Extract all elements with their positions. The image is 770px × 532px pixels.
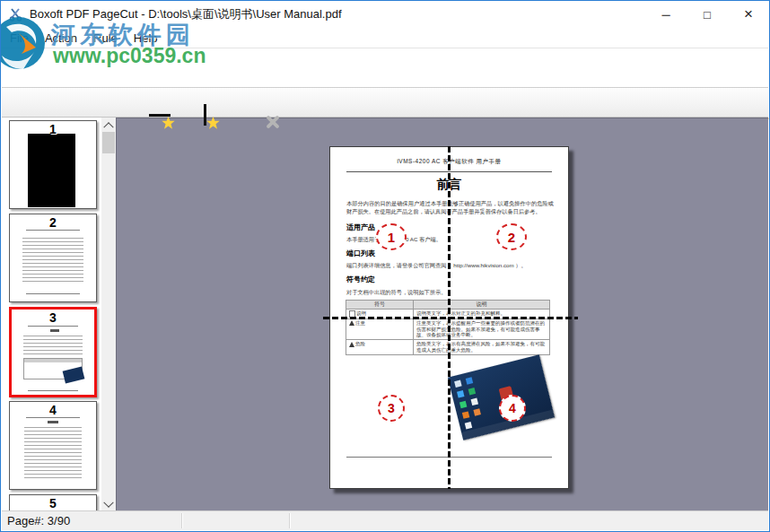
minimize-button[interactable]: ─ — [645, 1, 687, 28]
thumb-content — [26, 230, 80, 231]
thumb-content — [28, 326, 78, 327]
pdf-page: iVMS-4200 AC 客户端软件 用户手册 前言 本部分内容的目的是确保用户… — [329, 146, 569, 489]
content-area: 1 2 3 4 — [2, 118, 768, 511]
menu-action[interactable]: Action — [37, 28, 85, 48]
thumbnail-page-1[interactable]: 1 — [9, 120, 97, 209]
thumb-cover-art — [28, 134, 75, 207]
desktop-icons — [454, 379, 461, 387]
thumbnail-page-2[interactable]: 2 — [9, 214, 97, 302]
thumbnail-page-4[interactable]: 4 — [9, 401, 97, 490]
menu-file[interactable]: File — [2, 28, 37, 48]
thumb-content — [26, 417, 80, 418]
thumb-content — [24, 427, 82, 479]
thumbnail-panel: 1 2 3 4 — [2, 118, 101, 511]
chevron-down-icon — [103, 497, 113, 507]
thumb-content — [48, 421, 58, 423]
title-bar: Boxoft PDF PageCut - D:\tools\桌面\说明书\Use… — [1, 1, 769, 28]
status-separator — [289, 513, 291, 528]
thumb-content — [26, 293, 80, 294]
menu-rule[interactable]: Rule — [85, 28, 126, 48]
navigation-toolbar: /90 ↔ ↕ − 25% + Cut Pages Order: Horizon… — [2, 88, 768, 118]
thumb-content — [22, 238, 83, 283]
window-title: Boxoft PDF PageCut - D:\tools\桌面\说明书\Use… — [30, 6, 342, 22]
scroll-down-button[interactable] — [101, 498, 116, 511]
warning-icon — [349, 320, 354, 326]
thumbnail-page-5[interactable]: 5 — [9, 494, 97, 511]
main-toolbar: 1 2 3 Apply — [2, 48, 768, 88]
status-page-info: Page#: 3/90 — [7, 514, 70, 528]
region-label-3: 3 — [378, 395, 405, 422]
minimize-icon: ─ — [661, 8, 669, 22]
doc-section-heading: 端口列表 — [346, 249, 375, 258]
app-icon — [9, 7, 23, 22]
scrollbar-thumb[interactable] — [102, 132, 115, 153]
warning-icon — [349, 342, 354, 347]
doc-section-heading: 符号约定 — [346, 275, 375, 284]
thumbnail-page-3-selected[interactable]: 3 — [9, 307, 97, 397]
region-label-2: 2 — [496, 223, 527, 250]
table-col-desc: 说明 — [413, 301, 549, 310]
thumb-content — [23, 336, 83, 355]
chevron-up-icon — [103, 122, 113, 132]
app-window: Boxoft PDF PageCut - D:\tools\桌面\说明书\Use… — [0, 0, 770, 532]
region-label-4: 4 — [499, 395, 526, 422]
status-separator — [181, 513, 183, 528]
maximize-icon: □ — [704, 8, 711, 22]
preview-area: iVMS-4200 AC 客户端软件 用户手册 前言 本部分内容的目的是确保用户… — [116, 118, 768, 511]
doc-section-heading: 适用产品 — [346, 222, 375, 232]
thumb-content — [50, 329, 59, 332]
region-label-1: 1 — [376, 223, 407, 250]
menu-help[interactable]: Help — [126, 28, 166, 48]
scroll-up-button[interactable] — [101, 118, 116, 131]
menu-bar: File Action Rule Help — [2, 28, 768, 48]
status-bar: Page#: 3/90 — [2, 510, 768, 530]
thumb-content — [28, 390, 78, 391]
table-col-symbol: 符号 — [346, 301, 414, 310]
thumbnail-scrollbar[interactable] — [101, 118, 116, 511]
close-icon: × — [744, 5, 753, 23]
horizontal-cut-line[interactable] — [323, 317, 578, 319]
close-button[interactable]: × — [728, 1, 769, 28]
maximize-button[interactable]: □ — [687, 1, 728, 28]
desktop-screenshot — [448, 354, 555, 440]
